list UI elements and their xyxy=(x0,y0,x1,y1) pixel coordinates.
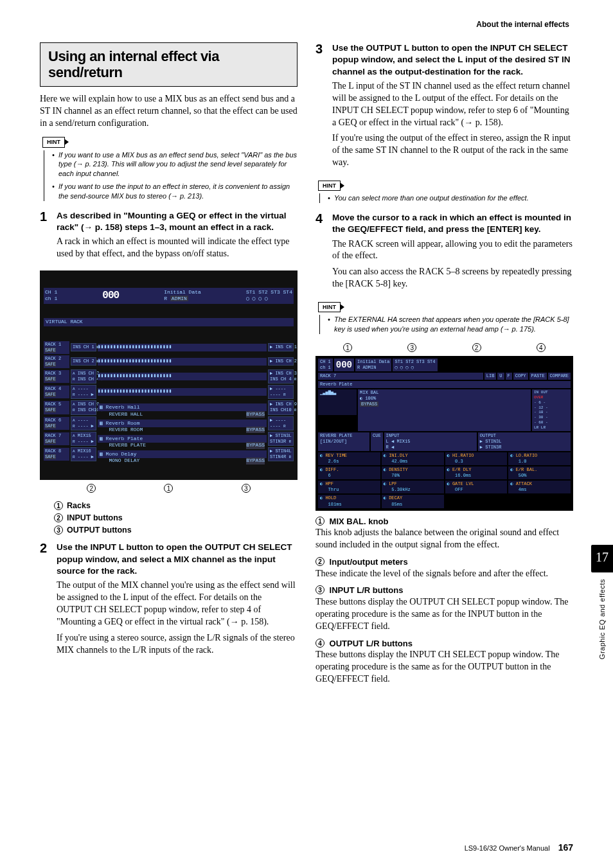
step-2: 2 Use the INPUT L button to open the OUT… xyxy=(40,542,298,660)
figure-virtual-rack: CH 1ch 1 000 Initial DataR ADMIN ST1 ST2… xyxy=(40,270,298,480)
legend-list-1: 1Racks 2INPUT buttons 3OUTPUT buttons xyxy=(54,500,298,536)
step-body: A rack in which an effect is mounted wil… xyxy=(57,236,298,260)
step-body: You can also access the RACK 5–8 screens… xyxy=(332,266,573,290)
callout-2: 2 xyxy=(87,484,96,493)
figure-rack-screen: CH 1ch 1 000 Initial DataR ADMIN ST1 ST2… xyxy=(315,356,573,511)
step-heading: Use the INPUT L button to open the OUTPU… xyxy=(57,542,298,577)
hint-item: If you want to use a MIX bus as an effec… xyxy=(52,150,298,179)
page-footer: LS9-16/32 Owner's Manual 167 xyxy=(465,842,573,854)
right-column: 3 Use the OUTPUT L button to open the IN… xyxy=(315,42,573,689)
section-header: About the internal effects xyxy=(40,19,573,30)
step-body: The RACK screen will appear, allowing yo… xyxy=(332,238,573,263)
legend-label: Racks xyxy=(67,501,91,510)
step-body: If you're using the output of the effect… xyxy=(332,132,573,169)
step-4: 4 Move the cursor to a rack in which an … xyxy=(315,212,573,294)
step-heading: As described in "Mounting a GEQ or effec… xyxy=(57,210,298,233)
hint-box-step3: HINT You can select more than one output… xyxy=(315,179,573,203)
hint-label: HINT xyxy=(318,302,341,312)
step-heading: Move the cursor to a rack in which an ef… xyxy=(332,212,573,235)
description-item: 1 MIX BAL. knobThis knob adjusts the bal… xyxy=(315,516,573,551)
hint-item: The EXTERNAL HA screen that appears when… xyxy=(328,315,573,334)
legend-label: OUTPUT buttons xyxy=(67,526,132,535)
hint-box-top: HINT If you want to use a MIX bus as an … xyxy=(40,136,298,200)
chapter-title: Graphic EQ and effects xyxy=(598,579,607,659)
manual-name: LS9-16/32 Owner's Manual xyxy=(465,844,550,852)
step-3: 3 Use the OUTPUT L button to open the IN… xyxy=(315,42,573,173)
step-body: If you're using a stereo source, assign … xyxy=(57,632,298,657)
step-1: 1 As described in "Mounting a GEQ or eff… xyxy=(40,210,298,264)
step-body: The L input of the ST IN channel used as… xyxy=(332,80,573,129)
chapter-number: 17 xyxy=(591,545,613,572)
chapter-tab: 17 Graphic EQ and effects xyxy=(591,545,613,659)
step-body: The output of the MIX channel you're usi… xyxy=(57,580,298,628)
hint-label: HINT xyxy=(318,181,341,191)
legend-label: INPUT buttons xyxy=(67,513,123,522)
figure2-top-callouts: 1 3 2 4 xyxy=(315,343,573,352)
callout-3: 3 xyxy=(242,484,251,493)
step-number: 4 xyxy=(315,212,327,294)
page-title: Using an internal effect via send/return xyxy=(48,48,289,81)
figure-callouts: 2 1 3 xyxy=(53,484,285,493)
step-number: 3 xyxy=(315,42,327,173)
hint-label: HINT xyxy=(42,137,65,147)
step-heading: Use the OUTPUT L button to open the INPU… xyxy=(332,42,573,78)
hint-box-step4: HINT The EXTERNAL HA screen that appears… xyxy=(315,301,573,334)
hint-item: You can select more than one output dest… xyxy=(328,193,573,203)
left-column: Using an internal effect via send/return… xyxy=(40,42,298,689)
step-number: 2 xyxy=(40,542,51,660)
title-box: Using an internal effect via send/return xyxy=(40,42,298,87)
step-number: 1 xyxy=(40,210,51,264)
hint-item: If you want to use the input to an effec… xyxy=(52,182,298,201)
page-number: 167 xyxy=(558,842,573,853)
description-item: 3 INPUT L/R buttonsThese buttons display… xyxy=(315,585,573,632)
intro-paragraph: Here we will explain how to use a MIX bu… xyxy=(40,93,298,130)
description-item: 2 Input/output metersThese indicate the … xyxy=(315,556,573,580)
callout-1: 1 xyxy=(164,484,173,493)
description-item: 4 OUTPUT L/R buttonsThese buttons displa… xyxy=(315,638,573,686)
